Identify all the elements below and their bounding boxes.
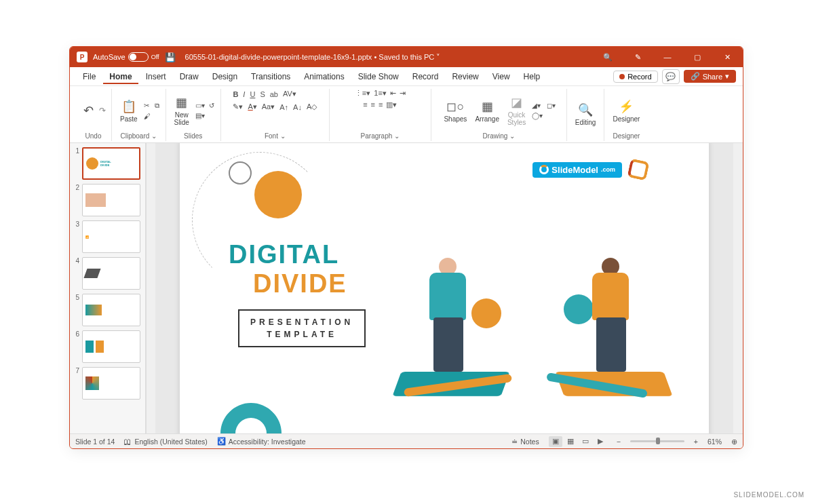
reading-view-button[interactable]: ▭ [579,436,592,447]
align-center-button[interactable]: ≡ [371,100,375,109]
slide-illustration[interactable] [390,227,675,403]
thumbnail-5[interactable]: 5 [73,294,142,326]
tab-file[interactable]: File [77,69,102,84]
editing-button[interactable]: 🔍Editing [573,101,599,128]
change-case-button[interactable]: Aa▾ [260,102,276,112]
language-status[interactable]: 🕮 English (United States) [124,438,207,446]
autosave-toggle[interactable]: AutoSave Off [93,52,159,62]
tab-animations[interactable]: Animations [298,69,350,84]
tab-slide-show[interactable]: Slide Show [352,69,405,84]
cut-button[interactable]: ✂ [143,101,151,111]
thumbnail-1[interactable]: 1DIGITALDIVIDE [73,147,142,180]
undo-button[interactable]: ↶ [81,102,96,119]
new-slide-button[interactable]: ▦New Slide [172,94,192,128]
ribbon-group-designer: ⚡Designer Designer [604,89,648,141]
toggle-switch-icon[interactable] [128,52,149,62]
designer-button[interactable]: ⚡Designer [610,98,642,124]
bold-button[interactable]: B [231,90,239,99]
close-button[interactable]: ✕ [714,47,740,67]
accessibility-status[interactable]: ♿ Accessibility: Investigate [217,437,306,446]
highlight-button[interactable]: ✎▾ [231,102,244,112]
slide-title[interactable]: DIGITAL DIVIDE [229,240,347,298]
layout-button[interactable]: ▭▾ [195,101,206,110]
shape-outline-button[interactable]: ◻▾ [546,101,556,110]
indent-dec-button[interactable]: ⇤ [390,89,396,98]
sorter-view-button[interactable]: ▦ [564,436,577,447]
slide-panel[interactable]: 1DIGITALDIVIDE 2 3📶 4 5 6 7 [70,143,146,433]
reset-button[interactable]: ↺ [208,101,215,110]
normal-view-button[interactable]: ▣ [549,436,562,447]
align-left-button[interactable]: ≡ [363,100,367,109]
slide-canvas-area[interactable]: DIGITAL DIVIDE PRESENTATION TEMPLATE Sli… [155,143,733,433]
thumbnail-4[interactable]: 4 [73,257,142,290]
font-color-button[interactable]: A▾ [246,102,258,112]
tab-draw[interactable]: Draw [174,69,205,84]
notes-button[interactable]: ≐ Notes [511,438,539,446]
align-right-button[interactable]: ≡ [379,100,383,109]
ribbon-group-editing: 🔍Editing [567,89,605,141]
thumbnail-6[interactable]: 6 [73,330,142,363]
tab-insert[interactable]: Insert [140,69,172,84]
spacing-button[interactable]: AV▾ [282,89,298,99]
shadow-button[interactable]: ab [269,90,279,99]
grow-font-button[interactable]: A↑ [278,102,290,112]
thumbnail-2[interactable]: 2 [73,184,142,216]
numbering-button[interactable]: 1≡▾ [374,89,387,98]
maximize-button[interactable]: ▢ [684,47,710,67]
columns-button[interactable]: ▥▾ [386,100,397,109]
strikethrough-button[interactable]: S [258,90,266,99]
fit-to-window-button[interactable]: ⊕ [731,438,737,446]
thumbnail-3[interactable]: 3📶 [73,220,142,253]
canvas-scrollbar[interactable] [733,143,743,433]
group-label-drawing: Drawing ⌄ [483,132,515,141]
ribbon: ↶ ↷ Undo 📋Paste ✂ ⧉ 🖌 Clipboard ⌄ ▦ [70,86,743,143]
zoom-level[interactable]: 61% [708,438,722,446]
shapes-button[interactable]: ◻○Shapes [441,98,469,124]
pen-icon[interactable]: ✎ [625,47,651,67]
slide-counter[interactable]: Slide 1 of 14 [75,438,115,446]
document-title[interactable]: 60555-01-digital-divide-powerpoint-templ… [185,53,441,62]
thumbnail-scrollbar[interactable] [146,143,155,433]
clear-format-button[interactable]: A◇ [305,102,318,112]
format-painter-button[interactable]: 🖌 [143,112,151,121]
shape-fill-button[interactable]: ◢▾ [531,101,543,110]
shape-effects-button[interactable]: ◯▾ [531,111,543,120]
zoom-slider[interactable] [630,440,684,442]
group-label-clipboard: Clipboard ⌄ [120,132,157,141]
tab-review[interactable]: Review [446,69,484,84]
share-button[interactable]: 🔗Share▾ [684,70,736,83]
zoom-in-button[interactable]: + [694,438,698,446]
record-button[interactable]: Record [613,71,657,83]
indent-inc-button[interactable]: ⇥ [400,89,406,98]
tab-transitions[interactable]: Transitions [245,69,296,84]
ribbon-group-slides: ▦New Slide ▭▾ ↺ ▤▾ Slides [166,89,221,141]
slide-canvas[interactable]: DIGITAL DIVIDE PRESENTATION TEMPLATE Sli… [180,143,709,433]
decorative-circle [254,171,302,218]
thumbnail-7[interactable]: 7 [73,367,142,400]
quick-styles-button[interactable]: ◪Quick Styles [505,94,528,128]
ribbon-group-drawing: ◻○Shapes ▦Arrange ◪Quick Styles ◢▾ ◻▾ ◯▾… [431,89,567,141]
section-button[interactable]: ▤▾ [195,111,206,120]
arrange-button[interactable]: ▦Arrange [472,98,502,124]
zoom-out-button[interactable]: − [617,438,621,446]
ribbon-tabs: File Home Insert Draw Design Transitions… [70,67,743,86]
tab-view[interactable]: View [486,69,516,84]
slide-subtitle[interactable]: PRESENTATION TEMPLATE [238,309,366,347]
copy-button[interactable]: ⧉ [154,101,160,111]
tab-design[interactable]: Design [206,69,244,84]
tab-home[interactable]: Home [103,69,138,84]
bullets-button[interactable]: ⋮≡▾ [355,89,370,98]
search-icon[interactable]: 🔍 [595,47,621,67]
slideshow-view-button[interactable]: ▶ [594,436,607,447]
shrink-font-button[interactable]: A↓ [292,102,303,112]
save-icon[interactable]: 💾 [165,52,176,62]
tab-record[interactable]: Record [406,69,445,84]
italic-button[interactable]: I [241,90,246,99]
underline-button[interactable]: U [248,90,256,99]
redo-button[interactable]: ↷ [99,106,106,115]
paste-button[interactable]: 📋Paste [117,98,140,124]
comments-button[interactable]: 💬 [662,69,680,84]
tab-help[interactable]: Help [518,69,547,84]
minimize-button[interactable]: — [655,47,680,67]
brand-ring-icon [539,165,549,174]
